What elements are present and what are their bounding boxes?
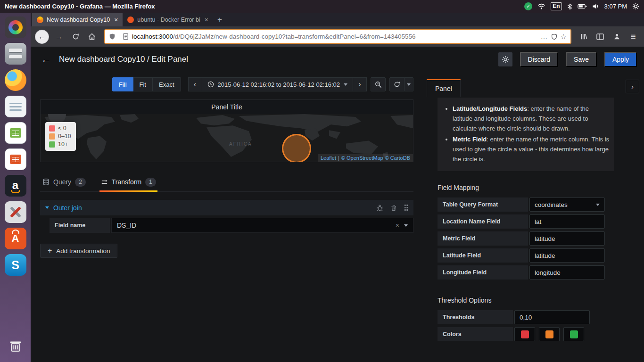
bluetooth-icon[interactable] <box>567 3 572 10</box>
dock-item-skype-icon[interactable]: S <box>5 254 26 276</box>
editor-tabs: Query 2 Transform 1 <box>40 173 413 192</box>
keyboard-layout-indicator[interactable]: En <box>551 2 561 10</box>
url-bar[interactable]: localhost:3000/d/DQ6jZJaMz/new-dashboard… <box>104 29 571 44</box>
longitude-field-input[interactable]: longitude <box>529 265 605 280</box>
tab-query[interactable]: Query 2 <box>41 173 87 191</box>
protections-shield-icon[interactable] <box>551 33 557 40</box>
dock-item-libreoffice-impress-icon[interactable] <box>5 148 26 170</box>
account-icon[interactable] <box>610 30 623 43</box>
trash-icon[interactable] <box>390 204 397 212</box>
osm-link[interactable]: © OpenStreetMap <box>341 155 383 161</box>
firefox-window: New dashboard Copy10 × ubuntu - Docker E… <box>31 13 644 362</box>
transform-count-badge: 1 <box>145 178 156 187</box>
transformation-row-header[interactable]: Outer join <box>40 200 413 215</box>
forward-button[interactable]: → <box>52 30 66 43</box>
bookmark-star-icon[interactable]: ☆ <box>561 33 567 41</box>
metric-field-input[interactable]: latitude <box>529 231 605 246</box>
database-icon <box>42 178 50 186</box>
dock-item-files-icon[interactable] <box>5 43 26 65</box>
chevron-down-icon <box>407 83 411 86</box>
debug-bug-icon[interactable] <box>376 204 383 212</box>
dock-item-trash-icon[interactable] <box>5 336 26 357</box>
color-picker-2[interactable] <box>539 327 560 341</box>
zoom-out-button[interactable] <box>371 77 386 91</box>
leaflet-link[interactable]: Leaflet <box>321 155 336 161</box>
latitude-field-input[interactable]: latitude <box>529 248 605 263</box>
edit-panel-header: ← New dashboard Copy10 / Edit Panel Disc… <box>31 47 644 72</box>
url-text[interactable]: localhost:3000/d/DQ6jZJaMz/new-dashboard… <box>132 33 537 40</box>
system-menu-gear-icon[interactable] <box>632 3 639 10</box>
library-icon[interactable] <box>577 30 590 43</box>
color-swatch-orange <box>545 330 553 338</box>
dock-item-libreoffice-calc-icon[interactable] <box>5 122 26 144</box>
drag-handle-icon[interactable] <box>404 204 408 211</box>
worldmap-panel[interactable]: < 0 0–10 10+ AFRICA Leaflet | © OpenStre… <box>41 114 413 162</box>
page-actions-icon[interactable]: … <box>541 33 548 41</box>
new-tab-button[interactable]: + <box>213 13 226 26</box>
carto-link[interactable]: © CartoDB <box>385 155 410 161</box>
help-bullet: Metric Field: enter the name of the metr… <box>453 134 610 164</box>
tab-panel-options[interactable]: Panel <box>427 79 461 97</box>
preview-toolbar: Fill Fit Exact ‹ 2015-06-12 02:16:02 to … <box>40 77 413 92</box>
threshold-options-heading: Threshold Options <box>438 296 614 304</box>
discard-button[interactable]: Discard <box>520 52 558 67</box>
clear-value-icon[interactable]: × <box>396 222 399 229</box>
transform-icon <box>101 179 108 186</box>
wifi-icon[interactable] <box>537 3 545 9</box>
tab-transform[interactable]: Transform 1 <box>99 173 157 191</box>
grafana-app: ← New dashboard Copy10 / Edit Panel Disc… <box>31 47 644 362</box>
time-controls: ‹ 2015-06-12 02:16:02 to 2015-06-12 02:1… <box>189 77 414 91</box>
color-picker-3[interactable] <box>563 327 584 341</box>
page-info-icon[interactable] <box>123 33 129 40</box>
dock-item-text-editor-icon[interactable] <box>5 96 26 117</box>
plugin-help-text: Latitude/Longitude Fields: enter the nam… <box>438 98 614 171</box>
transformation-options-row: Field name DS_ID × <box>40 218 413 233</box>
dock-item-tools-icon[interactable] <box>5 201 26 223</box>
system-clock[interactable]: 3:07 PM <box>604 3 627 10</box>
reload-button[interactable] <box>69 30 82 43</box>
browser-tab-grafana[interactable]: New dashboard Copy10 × <box>32 13 123 26</box>
browser-tab-ubuntu[interactable]: ubuntu - Docker Error bi × <box>123 13 213 26</box>
collapse-chevron-icon[interactable] <box>45 206 49 209</box>
home-button[interactable] <box>85 30 99 43</box>
time-shift-forward-button[interactable]: › <box>353 77 367 91</box>
sidebar-toggle-icon[interactable] <box>594 30 607 43</box>
tracking-shield-icon[interactable] <box>109 33 116 40</box>
collapse-pane-button[interactable]: › <box>626 80 639 93</box>
thresholds-input[interactable]: 0,10 <box>514 310 590 324</box>
panel-title[interactable]: Panel Title <box>41 100 413 114</box>
back-button[interactable]: ← <box>35 30 49 44</box>
field-name-select[interactable]: DS_ID × <box>111 218 413 233</box>
battery-icon[interactable] <box>578 3 587 9</box>
dock-item-screenshot-tool-icon[interactable] <box>5 16 26 38</box>
table-query-format-select[interactable]: coordinates <box>529 197 605 212</box>
add-transformation-button[interactable]: + Add transformation <box>40 244 117 258</box>
dock-item-amazon-icon[interactable]: a <box>5 175 26 197</box>
time-shift-back-button[interactable]: ‹ <box>188 77 202 91</box>
tab-close-icon[interactable]: × <box>114 16 118 24</box>
color-picker-1[interactable] <box>514 327 535 341</box>
go-back-arrow-icon[interactable]: ← <box>41 53 51 66</box>
chevron-down-icon[interactable] <box>404 224 408 227</box>
apply-button[interactable]: Apply <box>604 52 637 67</box>
options-scroll-area[interactable]: Latitude/Longitude Fields: enter the nam… <box>421 97 614 341</box>
volume-icon[interactable] <box>592 3 599 9</box>
option-row-metric-field: Metric Field latitude <box>438 231 614 246</box>
save-button[interactable]: Save <box>566 52 597 67</box>
map-circle-marker[interactable] <box>282 134 311 162</box>
tab-close-icon[interactable]: × <box>205 16 208 24</box>
dock-item-firefox-icon[interactable] <box>5 69 26 91</box>
display-mode-fit[interactable]: Fit <box>133 77 153 91</box>
dock-item-ubuntu-software-icon[interactable]: A <box>5 228 26 249</box>
display-mode-exact[interactable]: Exact <box>153 77 181 91</box>
chevron-down-icon <box>596 204 600 206</box>
menu-hamburger-icon[interactable]: ≡ <box>627 30 640 43</box>
time-range-picker[interactable]: 2015-06-12 02:16:02 to 2015-06-12 02:16:… <box>202 77 354 91</box>
display-mode-fill[interactable]: Fill <box>112 77 133 91</box>
field-mapping-heading: Field Mapping <box>438 184 614 191</box>
refresh-button[interactable] <box>389 77 405 91</box>
location-name-field-input[interactable]: lat <box>529 214 605 229</box>
panel-settings-gear-icon[interactable] <box>498 52 512 66</box>
transformation-title[interactable]: Outer join <box>53 204 82 212</box>
refresh-interval-dropdown[interactable] <box>404 77 413 91</box>
